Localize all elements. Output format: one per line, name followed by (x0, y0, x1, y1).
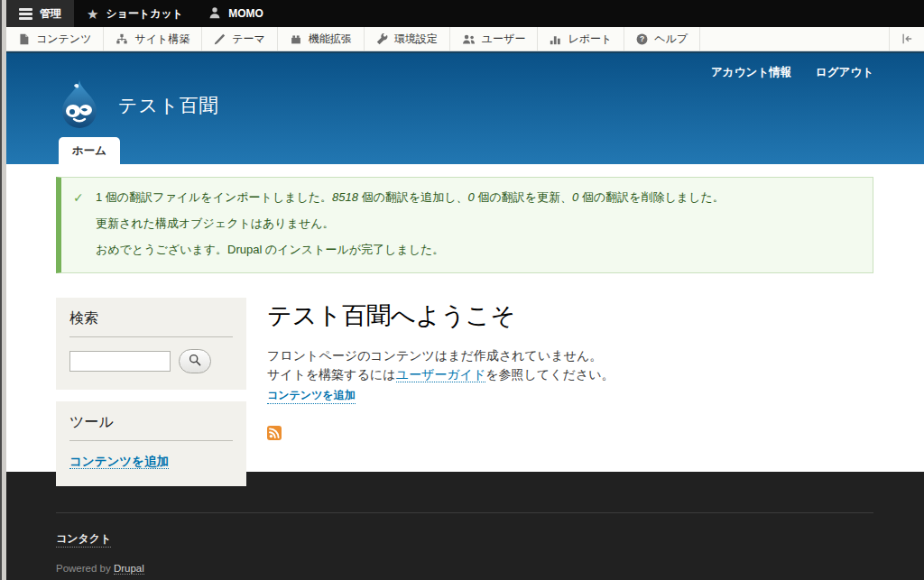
toolbar-item-appearance[interactable]: テーマ (202, 27, 278, 51)
toolbar-label: ユーザー (482, 32, 526, 47)
search-block: 検索 (56, 298, 246, 390)
footer-divider (56, 512, 873, 513)
status-text: 個の翻訳を追加し、 (358, 190, 468, 204)
search-block-title: 検索 (69, 309, 233, 337)
user-guide-link[interactable]: ユーザーガイド (396, 368, 486, 382)
username-label: MOMO (228, 7, 263, 20)
page-content: テスト百聞へようこそ フロントページのコンテンツはまだ作成されていません。 サイ… (267, 298, 873, 498)
sitemap-icon (116, 33, 128, 45)
wrench-icon (376, 33, 388, 45)
toolbar-orientation-toggle[interactable] (889, 27, 924, 51)
intro-text: を参照してください。 (485, 368, 614, 382)
site-name[interactable]: テスト百聞 (118, 93, 218, 118)
status-line-2: 更新された構成オブジェクトはありません。 (96, 216, 858, 233)
screen-edge-artifact (0, 0, 6, 580)
rss-feed-icon[interactable] (267, 428, 282, 443)
powered-by: Powered by Drupal (56, 563, 873, 574)
toolbar-item-help[interactable]: ? ヘルプ (624, 27, 700, 51)
status-count-updated: 0 (468, 190, 475, 204)
logout-link[interactable]: ログアウト (816, 65, 873, 80)
drupal-logo[interactable] (56, 78, 103, 133)
status-count-added: 8518 (332, 190, 358, 204)
status-line-3: おめでとうございます。Drupal のインストールが完了しました。 (96, 242, 858, 259)
browser-viewport: 管理 ★ ショートカット MOMO コンテンツ サイト構築 (6, 0, 924, 580)
status-line-1: 1 個の翻訳ファイルをインポートしました。8518 個の翻訳を追加し、0 個の翻… (96, 189, 858, 207)
toolbar-item-people[interactable]: ユーザー (450, 27, 539, 51)
paintbrush-icon (214, 33, 226, 45)
admin-toolbar-tray: コンテンツ サイト構築 テーマ 機能拡張 環境設定 (6, 27, 924, 51)
file-icon (18, 33, 30, 45)
intro-line-1: フロントページのコンテンツはまだ作成されていません。 (267, 346, 873, 366)
drupal-link[interactable]: Drupal (114, 563, 144, 575)
toolbar-label: テーマ (232, 32, 265, 47)
magnifier-icon (189, 354, 201, 369)
toolbar-label: サイト構築 (134, 32, 189, 47)
star-icon: ★ (87, 7, 98, 21)
toolbar-label: コンテンツ (36, 32, 91, 47)
help-icon: ? (636, 33, 648, 45)
powered-text: Powered by (56, 563, 114, 574)
status-text: 個の翻訳を削除しました。 (578, 190, 724, 204)
toolbar-item-structure[interactable]: サイト構築 (104, 27, 202, 51)
search-input[interactable] (69, 351, 171, 372)
toolbar-label: 機能拡張 (309, 32, 352, 47)
sidebar-first: 検索 ツール コンテンツを追加 (56, 298, 246, 498)
page-title: テスト百聞へようこそ (267, 299, 873, 332)
admin-menu-button[interactable]: 管理 (6, 0, 74, 27)
checkmark-icon: ✓ (73, 189, 84, 207)
tools-block: ツール コンテンツを追加 (56, 401, 246, 486)
toolbar-label: ヘルプ (654, 32, 688, 47)
shortcuts-label: ショートカット (106, 6, 183, 22)
shortcuts-button[interactable]: ★ ショートカット (74, 0, 196, 27)
toolbar-label: レポート (568, 32, 612, 47)
person-icon (208, 6, 221, 22)
hamburger-icon (19, 6, 32, 22)
bar-chart-icon (550, 33, 561, 45)
users-icon (462, 33, 476, 45)
toolbar-item-reports[interactable]: レポート (538, 27, 624, 51)
intro-text: サイトを構築するには (267, 368, 396, 382)
contact-link[interactable]: コンタクト (56, 531, 111, 548)
status-message: ✓ 1 個の翻訳ファイルをインポートしました。8518 個の翻訳を追加し、0 個… (56, 177, 873, 273)
toggle-vertical-icon (901, 33, 913, 44)
site-header: アカウント情報 ログアウト (6, 51, 924, 164)
status-text: 1 個の翻訳ファイルをインポートしました。 (96, 190, 332, 204)
status-text: 個の翻訳を更新、 (475, 190, 572, 204)
toolbar-item-content[interactable]: コンテンツ (6, 27, 104, 51)
module-icon (290, 33, 302, 45)
main-content-area: ✓ 1 個の翻訳ファイルをインポートしました。8518 個の翻訳を追加し、0 個… (6, 164, 924, 472)
svg-text:?: ? (640, 34, 644, 43)
search-button[interactable] (179, 349, 211, 373)
account-link[interactable]: アカウント情報 (711, 65, 791, 80)
add-content-sidebar-link[interactable]: コンテンツを追加 (69, 455, 169, 469)
user-account-button[interactable]: MOMO (196, 0, 276, 27)
intro-line-2: サイトを構築するにはユーザーガイドを参照してください。 (267, 365, 873, 385)
secondary-menu: アカウント情報 ログアウト (711, 65, 873, 80)
tab-home[interactable]: ホーム (59, 137, 120, 164)
toolbar-label: 環境設定 (394, 32, 438, 47)
toolbar-item-configuration[interactable]: 環境設定 (365, 27, 450, 51)
toolbar-item-extend[interactable]: 機能拡張 (278, 27, 365, 51)
tools-block-title: ツール (69, 413, 233, 441)
admin-menu-label: 管理 (40, 6, 61, 22)
admin-toolbar: 管理 ★ ショートカット MOMO (6, 0, 924, 27)
add-content-link[interactable]: コンテンツを追加 (267, 388, 356, 404)
